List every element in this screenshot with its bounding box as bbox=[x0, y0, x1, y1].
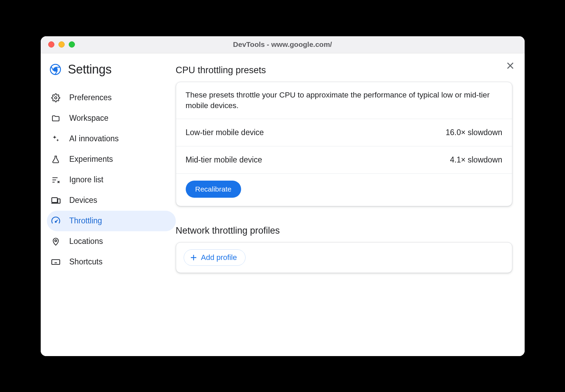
sidebar-item-label: Shortcuts bbox=[69, 257, 103, 266]
sidebar-item-preferences[interactable]: Preferences bbox=[47, 88, 176, 108]
sidebar-item-experiments[interactable]: Experiments bbox=[47, 149, 176, 170]
location-icon bbox=[51, 237, 61, 246]
preset-value: 4.1× slowdown bbox=[450, 155, 502, 165]
sidebar-item-label: Workspace bbox=[69, 114, 109, 123]
sparkle-icon bbox=[51, 134, 61, 144]
preset-row-low-tier: Low-tier mobile device 16.0× slowdown bbox=[176, 119, 512, 146]
recalibrate-button[interactable]: Recalibrate bbox=[186, 181, 241, 198]
sidebar-item-label: Devices bbox=[69, 196, 97, 205]
sidebar-item-label: Experiments bbox=[69, 155, 113, 164]
preset-name: Mid-tier mobile device bbox=[186, 155, 262, 165]
add-profile-label: Add profile bbox=[201, 253, 237, 262]
window: DevTools - www.google.com/ Settings Pref bbox=[41, 36, 525, 356]
close-icon bbox=[505, 61, 515, 70]
cpu-presets-card: These presets throttle your CPU to appro… bbox=[176, 82, 512, 206]
add-profile-button[interactable]: Add profile bbox=[184, 249, 246, 266]
svg-point-6 bbox=[55, 240, 56, 241]
sidebar-item-label: Throttling bbox=[69, 216, 102, 225]
sidebar-header: Settings bbox=[47, 62, 176, 77]
sidebar-item-label: AI innovations bbox=[69, 134, 119, 143]
window-minimize-button[interactable] bbox=[58, 41, 65, 48]
sidebar-item-ai-innovations[interactable]: AI innovations bbox=[47, 129, 176, 149]
sidebar: Settings Preferences Workspace bbox=[41, 53, 176, 356]
traffic-lights bbox=[41, 41, 75, 48]
sidebar-item-label: Preferences bbox=[69, 93, 112, 102]
gauge-icon bbox=[51, 216, 61, 226]
svg-rect-4 bbox=[57, 199, 60, 203]
close-settings-button[interactable] bbox=[505, 61, 515, 70]
network-section: Network throttling profiles Add profile bbox=[176, 225, 512, 273]
svg-rect-3 bbox=[52, 197, 57, 202]
sidebar-item-ignore-list[interactable]: Ignore list bbox=[47, 170, 176, 190]
content: Settings Preferences Workspace bbox=[41, 53, 525, 356]
sidebar-item-throttling[interactable]: Throttling bbox=[47, 211, 176, 231]
titlebar: DevTools - www.google.com/ bbox=[41, 36, 525, 53]
svg-point-2 bbox=[54, 96, 57, 99]
devices-icon bbox=[51, 196, 61, 205]
folder-icon bbox=[51, 114, 61, 123]
preset-name: Low-tier mobile device bbox=[186, 128, 264, 137]
chrome-devtools-icon bbox=[50, 64, 61, 75]
svg-point-5 bbox=[55, 221, 56, 222]
svg-rect-7 bbox=[52, 260, 60, 264]
window-zoom-button[interactable] bbox=[69, 41, 75, 48]
network-profiles-card: Add profile bbox=[176, 242, 512, 273]
filter-x-icon bbox=[51, 175, 61, 185]
sidebar-item-label: Locations bbox=[69, 237, 103, 246]
flask-icon bbox=[51, 155, 61, 164]
cpu-card-footer: Recalibrate bbox=[176, 174, 512, 206]
window-title: DevTools - www.google.com/ bbox=[41, 40, 525, 49]
sidebar-item-workspace[interactable]: Workspace bbox=[47, 108, 176, 129]
preset-value: 16.0× slowdown bbox=[446, 128, 502, 137]
window-close-button[interactable] bbox=[48, 41, 54, 48]
gear-icon bbox=[51, 93, 61, 103]
sidebar-item-shortcuts[interactable]: Shortcuts bbox=[47, 252, 176, 272]
main: CPU throttling presets These presets thr… bbox=[176, 53, 525, 356]
nav-list: Preferences Workspace AI innovations bbox=[47, 88, 176, 272]
cpu-section-title: CPU throttling presets bbox=[176, 65, 512, 76]
network-section-title: Network throttling profiles bbox=[176, 225, 512, 236]
sidebar-item-label: Ignore list bbox=[69, 175, 104, 184]
sidebar-item-devices[interactable]: Devices bbox=[47, 190, 176, 211]
sidebar-item-locations[interactable]: Locations bbox=[47, 231, 176, 252]
cpu-presets-description: These presets throttle your CPU to appro… bbox=[176, 82, 512, 119]
plus-icon bbox=[189, 253, 198, 262]
page-title: Settings bbox=[68, 62, 112, 77]
keyboard-icon bbox=[51, 257, 61, 267]
preset-row-mid-tier: Mid-tier mobile device 4.1× slowdown bbox=[176, 146, 512, 174]
